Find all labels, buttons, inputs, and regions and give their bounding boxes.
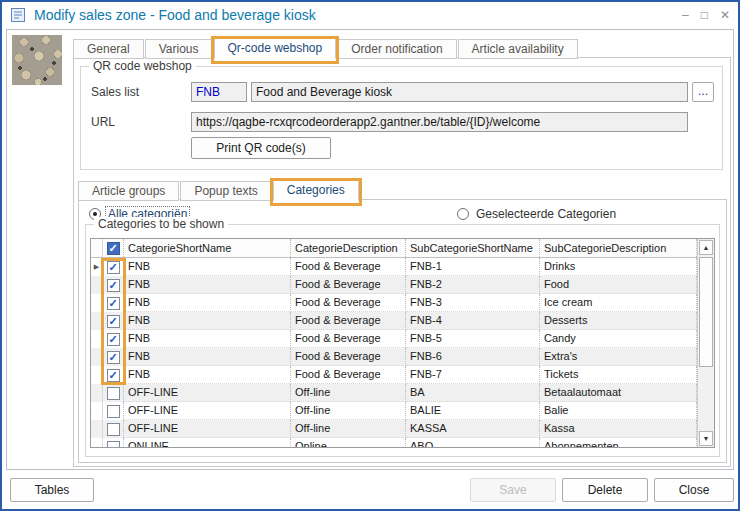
table-row[interactable]: OFF-LINEOff-lineBALIEBalie — [91, 402, 697, 420]
checkbox-cell — [103, 402, 124, 420]
row-checkbox[interactable] — [107, 423, 120, 436]
column-header-subcategorieshortname[interactable]: SubCategorieShortName — [406, 239, 540, 257]
table-row[interactable]: FNBFood & BeverageFNB-2Food — [91, 276, 697, 294]
table-cell: FNB-1 — [406, 258, 540, 276]
row-checkbox[interactable] — [107, 333, 120, 346]
table-row[interactable]: FNBFood & BeverageFNB-5Candy — [91, 330, 697, 348]
table-header-row: CategorieShortNameCategorieDescriptionSu… — [91, 239, 697, 258]
row-selector-cell[interactable] — [91, 420, 103, 438]
table-cell: Desserts — [540, 312, 697, 330]
minimize-icon[interactable]: – — [682, 9, 689, 21]
row-selector-cell[interactable] — [91, 366, 103, 384]
tables-button[interactable]: Tables — [10, 478, 94, 502]
table-cell: Food & Beverage — [291, 330, 406, 348]
row-selector-cell[interactable] — [91, 276, 103, 294]
url-field[interactable]: https://qagbe-rcxqrcodeorderapp2.gantner… — [191, 112, 688, 132]
tab-order-notification[interactable]: Order notification — [337, 39, 456, 59]
table-row[interactable]: FNBFood & BeverageFNB-4Desserts — [91, 312, 697, 330]
print-qr-code-button[interactable]: Print QR code(s) — [191, 137, 331, 159]
table-cell: FNB — [124, 258, 291, 276]
select-all-checkbox[interactable] — [107, 242, 120, 255]
maximize-icon[interactable]: □ — [701, 9, 708, 21]
tab-article-groups[interactable]: Article groups — [78, 181, 179, 201]
table-cell: Ice cream — [540, 294, 697, 312]
row-selector-cell[interactable] — [91, 402, 103, 420]
row-checkbox[interactable] — [107, 441, 120, 448]
tab-qr-code-webshop[interactable]: Qr-code webshop — [214, 36, 337, 59]
tab-article-availability[interactable]: Article availability — [458, 39, 578, 59]
tab-label: General — [87, 42, 130, 56]
table-row[interactable]: ONLINEOnlineABOAbonnementen — [91, 438, 697, 447]
row-checkbox[interactable] — [107, 405, 120, 418]
row-checkbox[interactable] — [107, 297, 120, 310]
row-checkbox[interactable] — [107, 387, 120, 400]
groupbox-label: Categories to be shown — [94, 217, 228, 231]
table-cell: Drinks — [540, 258, 697, 276]
row-selector-cell[interactable] — [91, 384, 103, 402]
row-checkbox[interactable] — [107, 279, 120, 292]
categories-to-be-shown-groupbox: Categories to be shown CategorieShortNam… — [85, 224, 720, 457]
vertical-scrollbar[interactable]: ▲ ▼ — [697, 239, 714, 447]
table-cell: Food — [540, 276, 697, 294]
tab-label: Article groups — [92, 184, 165, 198]
tab-categories[interactable]: Categories — [273, 178, 359, 201]
tab-label: Article availability — [472, 42, 564, 56]
table-cell: Balie — [540, 402, 697, 420]
tab-various[interactable]: Various — [145, 39, 213, 59]
scroll-down-icon[interactable]: ▼ — [699, 431, 713, 446]
categories-table-content: CategorieShortNameCategorieDescriptionSu… — [91, 239, 697, 447]
close-button[interactable]: Close — [654, 478, 734, 502]
row-checkbox[interactable] — [107, 369, 120, 382]
table-cell: OFF-LINE — [124, 420, 291, 438]
radio-selected-categories[interactable]: Geselecteerde Categorien — [457, 207, 618, 221]
url-label: URL — [91, 115, 115, 129]
window-title: Modify sales zone - Food and beverage ki… — [34, 7, 316, 23]
table-cell: Kassa — [540, 420, 697, 438]
title-bar: Modify sales zone - Food and beverage ki… — [2, 2, 738, 28]
table-cell: FNB — [124, 348, 291, 366]
current-row-arrow-icon[interactable]: ▶ — [91, 258, 103, 276]
checkbox-cell — [103, 258, 124, 276]
browse-button[interactable]: ... — [692, 82, 714, 102]
row-checkbox[interactable] — [107, 351, 120, 364]
table-cell: BA — [406, 384, 540, 402]
tab-general[interactable]: General — [73, 39, 144, 59]
scroll-up-icon[interactable]: ▲ — [699, 240, 713, 255]
sales-list-name-field[interactable]: Food and Beverage kiosk — [251, 82, 688, 102]
table-cell: Off-line — [291, 402, 406, 420]
row-selector-cell[interactable] — [91, 438, 103, 447]
table-cell: FNB-4 — [406, 312, 540, 330]
table-row[interactable]: FNBFood & BeverageFNB-7Tickets — [91, 366, 697, 384]
table-row[interactable]: OFF-LINEOff-lineBABetaalautomaat — [91, 384, 697, 402]
column-header-categoriedescription[interactable]: CategorieDescription — [291, 239, 406, 257]
checkbox-cell — [103, 348, 124, 366]
table-cell: Online — [291, 438, 406, 447]
row-selector-cell[interactable] — [91, 294, 103, 312]
sales-list-code-field[interactable]: FNB — [191, 82, 247, 102]
qr-code-webshop-tabpage: QR code webshop Sales list FNB Food and … — [73, 57, 731, 467]
scrollbar-thumb[interactable] — [699, 257, 713, 367]
table-cell: Betaalautomaat — [540, 384, 697, 402]
row-checkbox[interactable] — [107, 315, 120, 328]
column-header-subcategoriedescription[interactable]: SubCategorieDescription — [540, 239, 697, 257]
radio-unselected-icon — [457, 208, 469, 220]
tab-label: Order notification — [351, 42, 442, 56]
column-header-categorieshortname[interactable]: CategorieShortName — [124, 239, 291, 257]
groupbox-label: QR code webshop — [89, 59, 196, 73]
table-row[interactable]: FNBFood & BeverageFNB-3Ice cream — [91, 294, 697, 312]
row-selector-cell[interactable] — [91, 312, 103, 330]
row-selector-cell[interactable] — [91, 330, 103, 348]
row-selector-header — [91, 239, 103, 257]
close-icon[interactable]: ✕ — [720, 9, 730, 21]
tab-popup-texts[interactable]: Popup texts — [180, 181, 271, 201]
qr-code-webshop-groupbox: QR code webshop Sales list FNB Food and … — [80, 66, 723, 170]
row-selector-cell[interactable] — [91, 348, 103, 366]
sales-zone-photo — [12, 35, 62, 85]
table-row[interactable]: FNBFood & BeverageFNB-6Extra's — [91, 348, 697, 366]
row-checkbox[interactable] — [107, 261, 120, 274]
checkbox-cell — [103, 330, 124, 348]
table-row[interactable]: OFF-LINEOff-lineKASSAKassa — [91, 420, 697, 438]
table-row[interactable]: ▶FNBFood & BeverageFNB-1Drinks — [91, 258, 697, 276]
save-button[interactable]: Save — [470, 478, 556, 502]
delete-button[interactable]: Delete — [562, 478, 648, 502]
